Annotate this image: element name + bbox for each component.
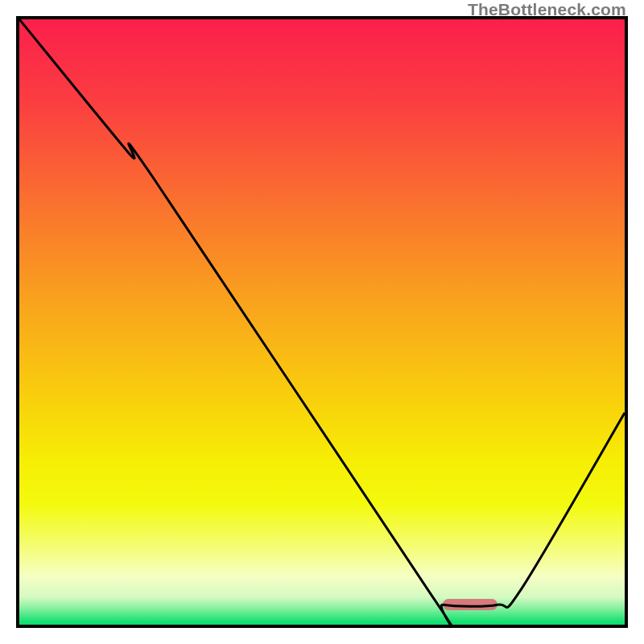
curve-path — [19, 19, 625, 625]
bottleneck-curve — [19, 19, 625, 625]
chart-canvas: TheBottleneck.com — [0, 0, 644, 644]
plot-area — [16, 16, 628, 628]
